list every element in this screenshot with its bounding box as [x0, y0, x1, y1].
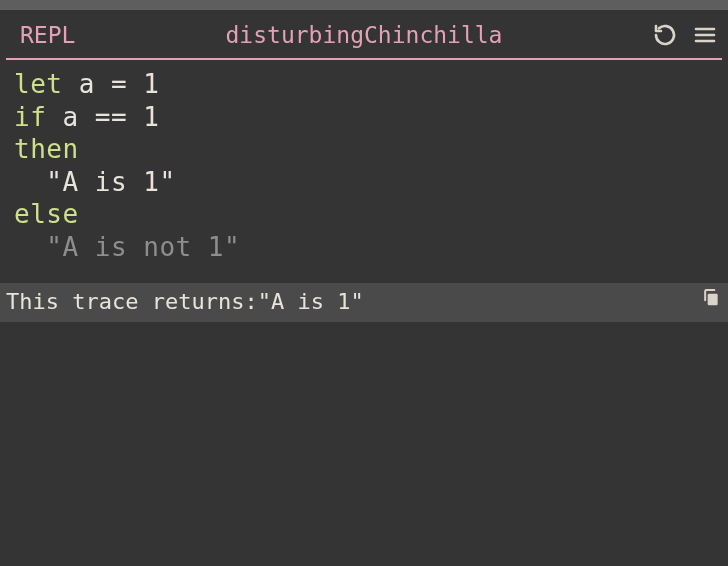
- copy-result-button[interactable]: [698, 285, 724, 311]
- code-line: "A is not 1": [14, 231, 714, 264]
- header-actions: [650, 20, 720, 50]
- result-prefix: This trace returns:: [6, 289, 258, 314]
- refresh-button[interactable]: [650, 20, 680, 50]
- code-line: if a == 1: [14, 101, 714, 134]
- header-bar: REPL disturbingChinchilla: [0, 10, 728, 60]
- menu-icon: [693, 23, 717, 47]
- code-line: else: [14, 198, 714, 231]
- window-chrome-top: [0, 0, 728, 10]
- empty-output-area[interactable]: [0, 322, 728, 566]
- svg-rect-3: [708, 293, 718, 305]
- code-token: a == 1: [62, 102, 159, 132]
- code-editor[interactable]: let a = 1if a == 1then "A is 1"else "A i…: [0, 60, 728, 283]
- refresh-icon: [653, 23, 677, 47]
- header-underline: [6, 58, 722, 60]
- repl-label[interactable]: REPL: [8, 20, 87, 50]
- code-token: else: [14, 199, 79, 229]
- code-token: "A is not 1": [14, 232, 240, 262]
- result-bar: This trace returns: "A is 1": [0, 283, 728, 322]
- code-line: then: [14, 133, 714, 166]
- code-token: then: [14, 134, 79, 164]
- result-value: "A is 1": [258, 289, 364, 314]
- menu-button[interactable]: [690, 20, 720, 50]
- code-token: let: [14, 69, 79, 99]
- code-line: let a = 1: [14, 68, 714, 101]
- code-token: a = 1: [79, 69, 160, 99]
- code-token: "A is 1": [14, 167, 176, 197]
- session-title: disturbingChinchilla: [0, 22, 728, 48]
- copy-icon: [701, 287, 721, 310]
- code-token: if: [14, 102, 62, 132]
- code-line: "A is 1": [14, 166, 714, 199]
